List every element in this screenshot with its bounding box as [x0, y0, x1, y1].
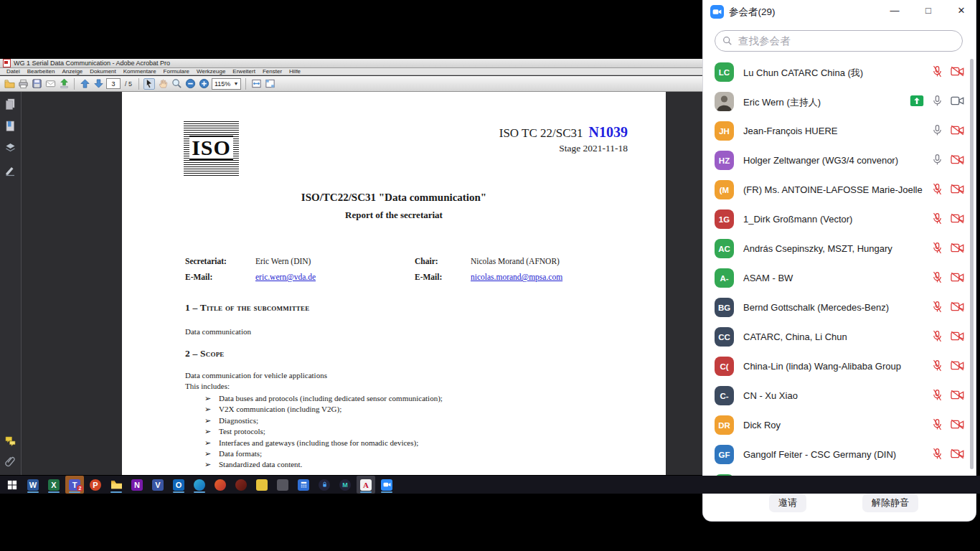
participant-status-icons: [932, 330, 964, 342]
participant-status-icons: [932, 359, 964, 372]
app-red-1-icon: [215, 479, 226, 491]
comments-icon[interactable]: [4, 435, 17, 447]
taskbar-item-app-red-2[interactable]: [232, 476, 250, 494]
camera-icon: [951, 95, 964, 106]
scope-intro-2: This includes:: [185, 382, 230, 390]
participant-row[interactable]: HZHolger Zeltwanger (WG3/4 convenor): [703, 146, 976, 175]
toolbar-separator: [138, 78, 139, 90]
close-button[interactable]: ✕: [955, 4, 968, 18]
taskbar-item-app-red-1[interactable]: [211, 476, 230, 494]
attachments-icon[interactable]: [4, 456, 17, 468]
document-header: ISO TC 22/SC31N1039 Stage 2021-11-18: [499, 123, 628, 155]
participants-header: 参会者(29) — □ ✕: [703, 0, 976, 24]
menu-anzeige[interactable]: Anzeige: [58, 68, 86, 75]
next-page-icon[interactable]: [93, 78, 104, 90]
participant-row[interactable]: 1G1_Dirk Großmann (Vector): [703, 204, 976, 234]
doc-title: ISO/TC22/SC31 "Data communication": [122, 192, 666, 204]
taskbar-item-m-app[interactable]: M: [336, 476, 354, 494]
participant-name: CATARC, China, Li Chun: [743, 331, 847, 342]
participant-row[interactable]: BGBernd Gottschalk (Mercedes-Benz): [703, 293, 976, 322]
iso-logo-text: ISO: [189, 136, 233, 160]
taskbar-item-visio[interactable]: V: [149, 476, 167, 494]
taskbar-item-sticky-notes[interactable]: [253, 476, 271, 494]
maximize-button[interactable]: □: [922, 4, 935, 18]
menu-datei[interactable]: Datei: [3, 68, 24, 75]
chair-label: Chair:: [415, 257, 438, 265]
taskbar-item-app-dark[interactable]: [273, 476, 292, 494]
menu-erweitert[interactable]: Erweitert: [229, 68, 259, 75]
section1-heading: 1 – Title of the subcommittee: [185, 302, 309, 314]
page-number-input[interactable]: 3: [106, 78, 121, 89]
menu-formulare[interactable]: Formulare: [160, 68, 193, 75]
search-box[interactable]: [715, 30, 963, 52]
open-icon[interactable]: [4, 78, 15, 90]
acrobat-title-bar[interactable]: WG 1 Serial Data Communication - Adobe A…: [0, 59, 703, 68]
participant-row[interactable]: (M(FR) Ms. ANTOINE-LAFOSSE Marie-Joelle: [703, 175, 976, 204]
taskbar-item-acrobat[interactable]: A: [357, 476, 375, 494]
mic-muted-icon: [932, 271, 943, 283]
menu-hilfe[interactable]: Hilfe: [286, 68, 304, 75]
participant-row[interactable]: C(China-Lin (linda) Wang-Alibaba Group: [703, 352, 976, 381]
participant-row[interactable]: DRDick Roy: [703, 410, 976, 440]
app-red-2-icon: [235, 479, 247, 491]
menu-fenster[interactable]: Fenster: [259, 68, 286, 75]
search-input[interactable]: [737, 34, 941, 47]
email-icon[interactable]: [44, 78, 56, 90]
hand-icon[interactable]: [157, 78, 169, 90]
zoom-out-icon[interactable]: [184, 78, 196, 90]
menu-kommentare[interactable]: Kommentare: [120, 68, 160, 75]
prev-page-icon[interactable]: [79, 78, 90, 90]
participant-row[interactable]: CCCATARC, China, Li Chun: [703, 322, 976, 352]
taskbar-item-zoom[interactable]: [377, 476, 396, 494]
scrollbar[interactable]: [970, 59, 974, 469]
invite-button[interactable]: 邀请: [769, 494, 806, 512]
participant-name: Bernd Gottschalk (Mercedes-Benz): [743, 302, 889, 313]
participant-row[interactable]: A-ASAM - BW: [703, 263, 976, 293]
taskbar-item-calculator[interactable]: [294, 476, 313, 494]
participant-row[interactable]: GFGangolf Feiter - CSC Germany (DIN): [703, 440, 976, 469]
taskbar-item-onenote[interactable]: N: [128, 476, 146, 494]
taskbar-item-teams[interactable]: T2: [65, 476, 84, 494]
menu-bearbeiten[interactable]: Bearbeiten: [24, 68, 59, 75]
participant-row[interactable]: Eric Wern (主持人): [703, 87, 976, 116]
participant-row[interactable]: LCLu Chun CATARC China (我): [703, 57, 976, 87]
scope-list-item: ➢Diagnostics;: [204, 415, 443, 426]
unmute-all-button[interactable]: 解除静音: [862, 494, 918, 512]
taskbar-item-start[interactable]: [3, 476, 22, 494]
taskbar-item-excel[interactable]: X: [44, 476, 63, 494]
fit-width-icon[interactable]: [250, 78, 262, 90]
minimize-button[interactable]: —: [888, 4, 901, 18]
scope-item-text: V2X communication (including V2G);: [219, 405, 341, 413]
secretariat-email-link[interactable]: eric.wern@vda.de: [255, 273, 316, 281]
scope-list-item: ➢Data formats;: [204, 448, 443, 459]
participant-row[interactable]: ACAndrás Csepinszky, MSZT, Hungary: [703, 234, 976, 263]
fit-page-icon[interactable]: [264, 78, 275, 90]
menu-dokument[interactable]: Dokument: [86, 68, 119, 75]
zoom-marquee-icon[interactable]: [171, 78, 182, 90]
zoom-level-select[interactable]: 115% ▼: [212, 78, 241, 90]
visio-icon: V: [152, 479, 164, 491]
bookmarks-icon[interactable]: [4, 120, 17, 132]
taskbar-item-powerpoint[interactable]: P: [86, 476, 105, 494]
pages-icon[interactable]: [4, 98, 17, 110]
zoom-in-icon[interactable]: [198, 78, 209, 90]
save-icon[interactable]: [31, 78, 42, 90]
taskbar-item-file-explorer[interactable]: [107, 476, 126, 494]
taskbar-item-word[interactable]: W: [24, 476, 42, 494]
send-icon[interactable]: [58, 78, 70, 90]
participant-row[interactable]: C-CN - Xu Xiao: [703, 381, 976, 410]
avatar: LC: [715, 62, 734, 82]
participant-row[interactable]: JHJean-François HUERE: [703, 116, 976, 146]
select-icon[interactable]: [143, 78, 155, 90]
print-icon[interactable]: [17, 78, 29, 90]
taskbar-item-outlook[interactable]: O: [169, 476, 188, 494]
taskbar-item-edge[interactable]: [190, 476, 209, 494]
lock-icon: [319, 479, 330, 491]
taskbar-item-lock-app[interactable]: [315, 476, 334, 494]
signatures-icon[interactable]: [4, 164, 17, 176]
chair-email-link[interactable]: nicolas.morand@mpsa.com: [471, 273, 562, 281]
acrobat-menu-bar: DateiBearbeitenAnzeigeDokumentKommentare…: [0, 68, 703, 75]
menu-werkzeuge[interactable]: Werkzeuge: [193, 68, 229, 75]
scope-list-item: ➢Data buses and protocols (including ded…: [204, 393, 443, 404]
layers-icon[interactable]: [4, 142, 17, 154]
